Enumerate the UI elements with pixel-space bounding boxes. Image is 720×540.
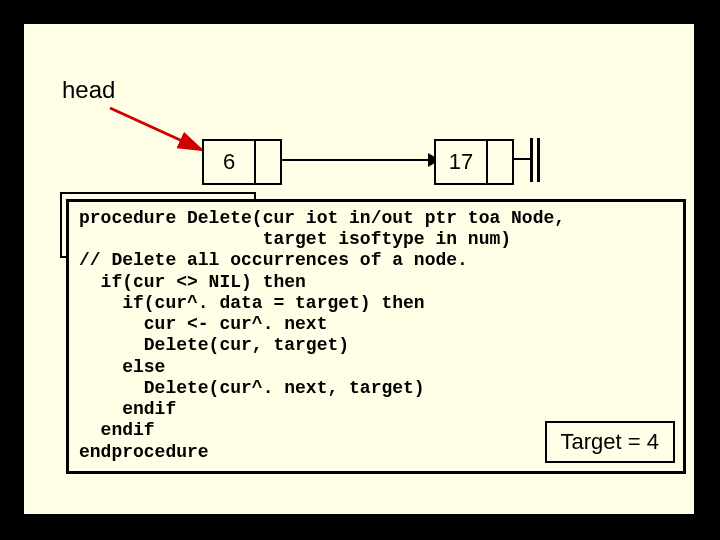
list-node-1: 6 bbox=[202, 139, 282, 185]
node-ptr-1 bbox=[256, 141, 280, 183]
node-data-1: 6 bbox=[204, 141, 256, 183]
nil-terminator-bar-icon bbox=[530, 138, 533, 182]
head-arrow-icon bbox=[106, 106, 216, 156]
slide-canvas: head 6 17 procedure bbox=[24, 24, 694, 514]
nil-terminator-bar-icon bbox=[537, 138, 540, 182]
head-pointer-label: head bbox=[62, 76, 115, 104]
target-value-box: Target = 4 bbox=[545, 421, 675, 463]
nil-stub-line-icon bbox=[512, 158, 530, 160]
slide-frame: head 6 17 procedure bbox=[10, 10, 710, 530]
procedure-code-box: procedure Delete(cur iot in/out ptr toa … bbox=[66, 199, 686, 474]
node-ptr-2 bbox=[488, 141, 512, 183]
node-data-2: 17 bbox=[436, 141, 488, 183]
svg-line-0 bbox=[110, 108, 202, 150]
list-node-2: 17 bbox=[434, 139, 514, 185]
link-arrow-line-icon bbox=[280, 159, 432, 161]
